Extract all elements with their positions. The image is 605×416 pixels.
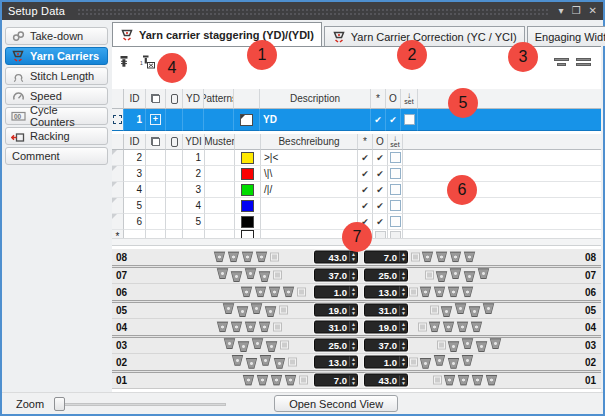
stop-marker-handle[interactable]	[410, 288, 417, 295]
open-second-view-button[interactable]: Open Second View	[274, 395, 398, 412]
carrier-group-right[interactable]	[436, 340, 503, 351]
spinner-down-icon[interactable]: ▼	[351, 257, 356, 262]
staggering-value-spinner[interactable]: 19.0▲▼	[364, 320, 408, 333]
staggering-value-spinner[interactable]: 31.0▲▼	[314, 320, 358, 333]
sidebar-item-stitch-length[interactable]: Stitch Length	[5, 67, 108, 85]
carrier-group-right[interactable]	[417, 321, 484, 332]
color-swatch[interactable]	[241, 152, 254, 164]
set-checkbox[interactable]	[390, 200, 401, 211]
carrier-group-left[interactable]	[223, 340, 290, 351]
carrier-group-left[interactable]	[213, 251, 280, 262]
spinner-down-icon[interactable]: ▼	[401, 362, 406, 367]
staggering-value-spinner[interactable]: 25.0▲▼	[314, 339, 358, 352]
carrier-group-right[interactable]	[408, 286, 475, 297]
set-checkbox[interactable]	[390, 184, 401, 195]
carrier-group-right[interactable]	[432, 375, 499, 386]
carrier-group-left[interactable]	[242, 375, 309, 386]
expand-row-button[interactable]: +	[150, 114, 161, 125]
spinner-down-icon[interactable]: ▼	[351, 292, 356, 297]
stop-marker-handle[interactable]	[298, 288, 305, 295]
layout-compact-icon[interactable]	[554, 58, 569, 66]
staggering-value-spinner[interactable]: 31.0▲▼	[364, 304, 408, 317]
table-row[interactable]: 54✔✔	[112, 198, 601, 214]
staggering-value-spinner[interactable]: 43.0▲▼	[314, 250, 358, 263]
stop-marker-handle[interactable]	[426, 272, 433, 279]
stop-marker-handle[interactable]	[274, 323, 281, 330]
spinner-down-icon[interactable]: ▼	[351, 345, 356, 350]
spinner-arrows[interactable]: ▲▼	[349, 287, 357, 297]
carrier-group-right[interactable]	[424, 270, 491, 281]
stop-marker-handle[interactable]	[289, 358, 296, 365]
spinner-down-icon[interactable]: ▼	[401, 292, 406, 297]
zoom-slider[interactable]	[54, 397, 226, 411]
tab-yarn-carrier-correction-yc-yci[interactable]: Yarn Carrier Correction (YC / YCI)	[324, 26, 525, 46]
set-checkbox[interactable]	[404, 114, 415, 125]
staggering-value-spinner[interactable]: 13.0▲▼	[364, 285, 408, 298]
spinner-arrows[interactable]: ▲▼	[349, 252, 357, 262]
staggering-value-spinner[interactable]: 7.0▲▼	[314, 374, 358, 387]
spinner-arrows[interactable]: ▲▼	[349, 357, 357, 367]
layout-rows-icon[interactable]	[576, 58, 591, 66]
spinner-down-icon[interactable]: ▼	[401, 327, 406, 332]
carrier-group-right[interactable]	[408, 356, 475, 367]
spinner-down-icon[interactable]: ▼	[351, 327, 356, 332]
stop-marker-handle[interactable]	[410, 358, 417, 365]
spinner-arrows[interactable]: ▲▼	[349, 270, 357, 280]
spinner-arrows[interactable]: ▲▼	[399, 270, 407, 280]
spinner-down-icon[interactable]: ▼	[401, 380, 406, 385]
table-row[interactable]: 32\|\✔✔	[112, 166, 601, 182]
set-checkbox[interactable]	[390, 168, 401, 179]
spinner-down-icon[interactable]: ▼	[351, 362, 356, 367]
maximize-icon[interactable]: ❐	[572, 6, 581, 16]
staggering-value-spinner[interactable]: 37.0▲▼	[314, 269, 358, 282]
color-swatch[interactable]	[241, 168, 254, 180]
color-swatch[interactable]	[241, 216, 254, 228]
stop-marker-handle[interactable]	[431, 307, 438, 314]
sidebar-item-speed[interactable]: Speed	[5, 87, 108, 105]
sidebar-item-comment[interactable]: Comment	[5, 147, 108, 165]
carrier-group-right[interactable]	[410, 251, 477, 262]
spinner-arrows[interactable]: ▲▼	[399, 340, 407, 350]
window-menu-icon[interactable]: ▾	[559, 6, 564, 16]
spinner-down-icon[interactable]: ▼	[401, 257, 406, 262]
sidebar-item-cycle-counters[interactable]: 00Cycle Counters	[5, 107, 108, 125]
staggering-value-spinner[interactable]: 1.0▲▼	[364, 355, 408, 368]
tab-yarn-carrier-staggering-yd-ydi[interactable]: Yarn carrier staggering (YD)/(YDI)	[112, 22, 322, 46]
carrier-assign-icon[interactable]: 1	[139, 55, 156, 69]
pattern-swatch[interactable]	[240, 114, 253, 126]
table-row[interactable]: 43/|/✔✔	[112, 182, 601, 198]
spinner-down-icon[interactable]: ▼	[351, 310, 356, 315]
spinner-arrows[interactable]: ▲▼	[349, 322, 357, 332]
zoom-slider-thumb[interactable]	[54, 397, 65, 411]
tab-engaging-width-y-ua-b[interactable]: Engaging Width (Y:Ua-b)	[527, 26, 605, 46]
spinner-arrows[interactable]: ▲▼	[349, 305, 357, 315]
staggering-value-spinner[interactable]: 43.0▲▼	[364, 374, 408, 387]
spinner-down-icon[interactable]: ▼	[351, 275, 356, 280]
spinner-down-icon[interactable]: ▼	[351, 380, 356, 385]
carrier-group-right[interactable]	[429, 305, 496, 316]
color-swatch[interactable]	[241, 184, 254, 196]
zoom-slider-track[interactable]	[54, 403, 226, 406]
stop-marker-handle[interactable]	[280, 307, 287, 314]
carrier-group-left[interactable]	[216, 270, 283, 281]
spinner-down-icon[interactable]: ▼	[401, 345, 406, 350]
carrier-group-left[interactable]	[231, 356, 298, 367]
sidebar-item-yarn-carriers[interactable]: Yarn Carriers	[5, 47, 108, 65]
staggering-value-spinner[interactable]: 19.0▲▼	[314, 304, 358, 317]
stop-marker-handle[interactable]	[274, 272, 281, 279]
stop-marker-handle[interactable]	[300, 377, 307, 384]
spinner-arrows[interactable]: ▲▼	[399, 322, 407, 332]
stop-marker-handle[interactable]	[419, 323, 426, 330]
spinner-arrows[interactable]: ▲▼	[399, 357, 407, 367]
staggering-value-spinner[interactable]: 37.0▲▼	[364, 339, 408, 352]
stop-marker-handle[interactable]	[281, 342, 288, 349]
spinner-arrows[interactable]: ▲▼	[399, 375, 407, 385]
staggering-value-spinner[interactable]: 25.0▲▼	[364, 269, 408, 282]
stop-marker-handle[interactable]	[438, 342, 445, 349]
carrier-group-left[interactable]	[216, 321, 283, 332]
staggering-value-spinner[interactable]: 7.0▲▼	[364, 250, 408, 263]
stop-marker-handle[interactable]	[271, 253, 278, 260]
titlebar[interactable]: Setup Data ▾❐✕	[2, 2, 603, 20]
sidebar-item-racking[interactable]: Racking	[5, 127, 108, 145]
spinner-arrows[interactable]: ▲▼	[399, 287, 407, 297]
